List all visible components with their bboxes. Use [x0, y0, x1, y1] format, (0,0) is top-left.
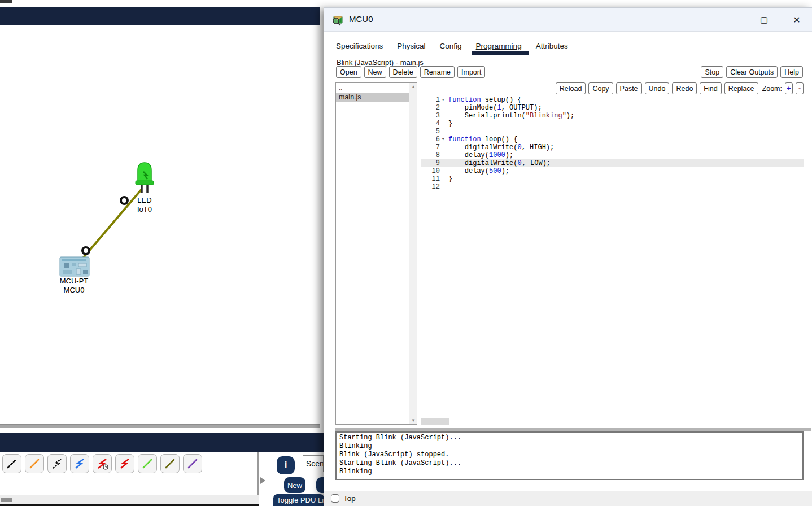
close-button[interactable]: ✕: [784, 8, 810, 32]
console-line: Starting Blink (JavaScript)...: [339, 434, 800, 442]
editor-console-splitter[interactable]: [335, 428, 811, 431]
code-lines[interactable]: 1▾function setup() {2 pinMode(1, OUTPUT)…: [421, 96, 804, 191]
olive-straight-cable-button[interactable]: [160, 454, 180, 473]
file-delete-button[interactable]: Delete: [389, 66, 417, 78]
led-device[interactable]: [132, 162, 157, 194]
code-line-9[interactable]: 9 digitalWrite(0, LOW);: [421, 159, 804, 167]
code-line-2[interactable]: 2 pinMode(1, OUTPUT);: [421, 104, 804, 112]
scroll-down-arrow-icon[interactable]: ▼: [409, 418, 417, 423]
expand-panel-arrow-icon[interactable]: [260, 477, 265, 484]
file-rename-button[interactable]: Rename: [420, 66, 455, 78]
code-line-4[interactable]: 4}: [421, 120, 804, 128]
dashed-black-cable-button[interactable]: [2, 454, 21, 473]
code-token: );: [505, 151, 513, 159]
file-import-button[interactable]: Import: [457, 66, 485, 78]
code-line-11[interactable]: 11}: [421, 175, 804, 183]
tab-config[interactable]: Config: [440, 40, 462, 53]
run-stop-button[interactable]: Stop: [701, 66, 723, 78]
toolbar-scrollbar[interactable]: [0, 495, 259, 504]
minimize-button[interactable]: —: [718, 8, 744, 32]
led-label-name: LED: [128, 196, 161, 205]
scenario-dropdown[interactable]: Scena: [303, 455, 324, 472]
code-line-7[interactable]: 7 digitalWrite(0, HIGH);: [421, 143, 804, 151]
led-label-id: IoT0: [128, 205, 161, 214]
file-open-button[interactable]: Open: [336, 66, 361, 78]
line-number: 6: [421, 136, 442, 143]
top-checkbox-label: Top: [343, 494, 356, 503]
run-button-row: StopClear OutputsHelp: [701, 66, 803, 78]
blue-zigzag-cable-button[interactable]: [70, 454, 89, 473]
code-token: , OUTPUT);: [501, 104, 542, 112]
zoom-label: Zoom:: [762, 85, 782, 93]
scroll-up-arrow-icon[interactable]: ▲: [409, 84, 417, 89]
line-number: 1: [421, 96, 442, 104]
file-item--[interactable]: ..: [336, 83, 417, 93]
code-token: 0: [517, 159, 521, 167]
fold-arrow-icon: ▾: [442, 96, 448, 104]
mcu0-titlebar[interactable]: MCU0 — ▢ ✕: [324, 8, 812, 32]
editor-paste-button[interactable]: Paste: [616, 82, 642, 94]
editor-horizontal-scrollbar[interactable]: [421, 418, 449, 425]
bottom-panel-border: [0, 504, 259, 506]
editor-reload-button[interactable]: Reload: [556, 82, 586, 94]
delete-scenario-button-partial[interactable]: [316, 477, 324, 493]
top-checkbox[interactable]: [331, 494, 339, 503]
code-editor[interactable]: ReloadCopyPasteUndoRedoFindReplace Zoom:…: [421, 82, 804, 434]
editor-copy-button[interactable]: Copy: [588, 82, 613, 94]
window-bottom-strip: Top: [324, 491, 812, 506]
new-scenario-button[interactable]: New: [284, 477, 305, 493]
file-list-scrollbar[interactable]: ▲ ▼: [409, 83, 417, 424]
code-line-3[interactable]: 3 Serial.println("Blinking");: [421, 112, 804, 120]
code-line-5[interactable]: 5: [421, 128, 804, 136]
zoom-out-button[interactable]: -: [796, 82, 804, 94]
run-clear-outputs-button[interactable]: Clear Outputs: [726, 66, 778, 78]
mcu0-window: MCU0 — ▢ ✕ SpecificationsPhysicalConfigP…: [324, 7, 812, 506]
run-help-button[interactable]: Help: [780, 66, 803, 78]
tab-programming[interactable]: Programming: [476, 40, 522, 53]
canvas-horizontal-scrollbar[interactable]: [0, 424, 320, 428]
cable-connector-icon[interactable]: [121, 197, 128, 204]
fold-gutter: [442, 112, 448, 120]
code-line-1[interactable]: 1▾function setup() {: [421, 96, 804, 104]
green-straight-cable-button[interactable]: [138, 454, 157, 473]
file-item-main-js[interactable]: main.js: [336, 93, 417, 102]
output-console[interactable]: Starting Blink (JavaScript)...BlinkingBl…: [335, 431, 804, 480]
toolbar-scrollbar-thumb[interactable]: [1, 498, 12, 502]
code-token: digitalWrite(: [448, 159, 517, 167]
screen: LED IoT0 MCU-PT MCU0 i Scena New Toggle …: [0, 0, 812, 506]
window-title: MCU0: [349, 14, 373, 24]
line-number: 4: [421, 120, 442, 128]
dashed-zigzag-cable-button[interactable]: [47, 454, 67, 473]
editor-toolbar: ReloadCopyPasteUndoRedoFindReplace Zoom:…: [556, 82, 804, 94]
code-token: "Blinking": [526, 112, 566, 120]
editor-replace-button[interactable]: Replace: [724, 82, 758, 94]
maximize-button[interactable]: ▢: [751, 8, 777, 32]
file-list[interactable]: ..main.js ▲ ▼: [335, 82, 417, 425]
code-line-12[interactable]: 12: [421, 183, 804, 191]
purple-straight-cable-button[interactable]: [183, 454, 202, 473]
tab-physical[interactable]: Physical: [397, 40, 425, 53]
code-line-10[interactable]: 10 delay(500);: [421, 167, 804, 175]
fold-gutter: [442, 128, 448, 136]
console-orange-cable-button[interactable]: [25, 454, 44, 473]
code-token: delay(: [448, 167, 489, 175]
red-zigzag-clock-cable-button[interactable]: [93, 454, 112, 473]
toggle-pdu-list-button[interactable]: Toggle PDU Li: [273, 494, 324, 506]
pdu-info-button[interactable]: i: [277, 456, 295, 474]
file-new-button[interactable]: New: [364, 66, 386, 78]
topology-canvas[interactable]: LED IoT0 MCU-PT MCU0: [0, 25, 320, 424]
tab-specifications[interactable]: Specifications: [336, 40, 383, 53]
mcu-device[interactable]: [59, 256, 90, 277]
line-number: 3: [421, 112, 442, 120]
file-list-items: ..main.js: [336, 83, 417, 102]
zoom-in-button[interactable]: +: [785, 82, 793, 94]
red-zigzag-cable-button[interactable]: [115, 454, 134, 473]
tab-attributes[interactable]: Attributes: [536, 40, 568, 53]
file-button-row: OpenNewDeleteRenameImport: [336, 66, 485, 78]
code-line-6[interactable]: 6▾function loop() {: [421, 136, 804, 143]
editor-redo-button[interactable]: Redo: [672, 82, 697, 94]
editor-find-button[interactable]: Find: [700, 82, 721, 94]
cable-connector-icon[interactable]: [82, 247, 89, 254]
code-line-8[interactable]: 8 delay(1000);: [421, 151, 804, 159]
editor-undo-button[interactable]: Undo: [645, 82, 670, 94]
